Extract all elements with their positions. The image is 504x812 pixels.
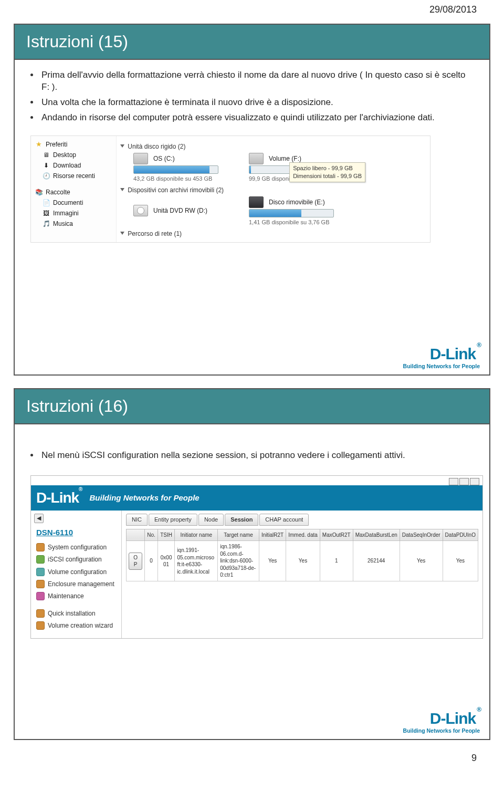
col-tsih: TSIH [158,529,175,541]
libraries-header[interactable]: 📚 Raccolte [34,187,113,197]
menu-iscsi-config[interactable]: iSCSI configuration [34,554,118,565]
bullet: Andando in risorse del computer potrà es… [30,112,474,124]
cell-initiator: iqn.1991-05.com.microsoft:it-e6330-ic.dl… [175,541,218,581]
bullet-text: Andando in risorse del computer potrà es… [41,112,474,124]
expand-icon[interactable] [120,144,124,148]
drive-category: Dispositivi con archivi rimovibili (2) [121,186,426,194]
op-button[interactable]: OP [129,553,142,570]
cell-immed: Yes [286,541,320,581]
sidebar-item[interactable]: ⬇ Download [41,160,113,171]
menu-label: System configuration [48,543,107,551]
drive-row: Unità DVD RW (D:) Disco rimovibile (E:) … [133,196,426,226]
col-initiator: Initiator name [175,529,218,541]
cell-op[interactable]: OP [127,541,145,581]
collapse-icon[interactable]: ◀ [34,514,44,523]
expand-icon[interactable] [120,188,124,191]
restore-icon[interactable] [459,478,469,485]
iscsi-icon [36,555,45,564]
menu-maintenance[interactable]: Maintenance [34,591,118,601]
wizard-icon [36,621,45,630]
bullet-dot [30,454,33,456]
col-seq: DataSeqInOrder [400,529,443,541]
slide-title: Istruzioni (16) [15,389,489,424]
drive-sub: 1,41 GB disponibile su 3,76 GB [249,218,359,226]
dlink-logo: D-Link® Building Networks for People [403,711,480,734]
model-name[interactable]: DSN-6110 [36,527,118,538]
col-pdu: DataPDUInO [443,529,478,541]
dlink-brand: D-Link® [403,711,480,726]
sidebar-item-label: Download [53,161,81,170]
cell-tsih: 0x0001 [158,541,175,581]
drive-category: Unità disco rigido (2) [121,142,426,151]
sidebar-item[interactable]: 🕘 Risorse recenti [41,171,113,181]
category-label: Dispositivi con archivi rimovibili (2) [128,186,224,194]
cell-pdu: Yes [443,541,478,581]
library-icon: 📚 [35,189,43,195]
hdd-icon [133,153,148,164]
bullet-text: Nel menù iSCSI configuration nella sezio… [41,450,474,462]
sidebar-item[interactable]: 🎵 Musica [41,218,113,229]
drive-name: Volume (F:) [269,154,301,163]
col-burst: MaxDataBurstLen [353,529,400,541]
close-icon[interactable] [470,478,479,485]
dlink-logo: D-Link® Building Networks for People [403,346,480,369]
tooltip-line: Spazio libero - 99,9 GB [293,164,362,172]
menu-volume-wizard[interactable]: Volume creation wizard [34,620,118,631]
drive-removable[interactable]: Disco rimovibile (E:) 1,41 GB disponibil… [249,196,359,226]
slide-15: Istruzioni (15) Prima dell'avvio della f… [14,24,490,376]
category-label: Percorso di rete (1) [128,230,182,237]
bullet-text: Prima dell'avvio della formattazione ver… [41,69,474,93]
tabbar: NIC Entity property Node Session CHAP ac… [126,514,478,526]
tab-node[interactable]: Node [198,514,224,526]
favorites-label: Preferiti [46,140,67,149]
tab-entity[interactable]: Entity property [149,514,197,526]
cell-seq: Yes [400,541,443,581]
expand-icon[interactable] [449,478,458,485]
menu-label: iSCSI configuration [48,555,102,564]
table-header-row: No. TSIH Initiator name Target name Init… [127,529,478,541]
drive-volume-f[interactable]: Volume (F:) 99,9 GB disponibili Spazio l… [249,153,359,183]
menu-system-config[interactable]: System configuration [34,542,118,553]
desktop-icon: 🖥 [43,152,50,158]
slide-16: Istruzioni (16) Nel menù iSCSI configura… [14,388,490,740]
slide-title: Istruzioni (15) [15,25,489,60]
menu-enclosure[interactable]: Enclosure management [34,579,118,589]
col-maxout: MaxOutR2T [320,529,353,541]
drive-name: OS (C:) [153,154,175,163]
admin-header: D-Link® Building Networks for People [31,485,482,511]
col-no: No. [145,529,158,541]
col-r2t: InitialR2T [259,529,286,541]
menu-quick-install[interactable]: Quick installation [34,608,118,619]
sidebar-item-label: Desktop [53,151,76,159]
sidebar-item[interactable]: 📄 Documenti [41,197,113,208]
tab-nic[interactable]: NIC [126,514,148,526]
table-row[interactable]: OP 0 0x0001 iqn.1991-05.com.microsoft:it… [127,541,478,581]
header-tagline: Building Networks for People [89,493,199,503]
admin-body: ◀ DSN-6110 System configuration iSCSI co… [31,511,482,638]
dlink-brand: D-Link® [36,488,82,508]
dlink-tagline: Building Networks for People [403,363,480,369]
sidebar-item-label: Risorse recenti [53,172,95,180]
sidebar-item[interactable]: 🖼 Immagini [41,208,113,218]
expand-icon[interactable] [120,232,124,235]
menu-label: Quick installation [48,609,96,618]
bullet-text: Una volta che la formattazione è termina… [41,97,474,109]
sidebar-item[interactable]: 🖥 Desktop [41,150,113,160]
explorer-sidebar: ★ Preferiti 🖥 Desktop ⬇ Download 🕘 Risor… [31,136,117,242]
cell-burst: 262144 [353,541,400,581]
drive-sub: 43,2 GB disponibile su 453 GB [133,175,244,183]
slide-body: Prima dell'avvio della formattazione ver… [15,60,489,248]
documents-icon: 📄 [43,200,50,206]
menu-volume-config[interactable]: Volume configuration [34,567,118,577]
favorites-header[interactable]: ★ Preferiti [34,139,113,150]
drive-os-c[interactable]: OS (C:) 43,2 GB disponibile su 453 GB [133,153,244,183]
tab-chap[interactable]: CHAP account [259,514,309,526]
gear-icon [36,543,45,551]
tab-session[interactable]: Session [225,514,258,526]
dvd-icon [133,205,148,216]
page-date: 29/08/2013 [0,0,504,18]
star-icon: ★ [35,141,43,148]
drive-dvd[interactable]: Unità DVD RW (D:) [133,205,244,217]
admin-screenshot: D-Link® Building Networks for People ◀ D… [30,475,483,639]
drive-row: OS (C:) 43,2 GB disponibile su 453 GB Vo… [133,153,426,183]
